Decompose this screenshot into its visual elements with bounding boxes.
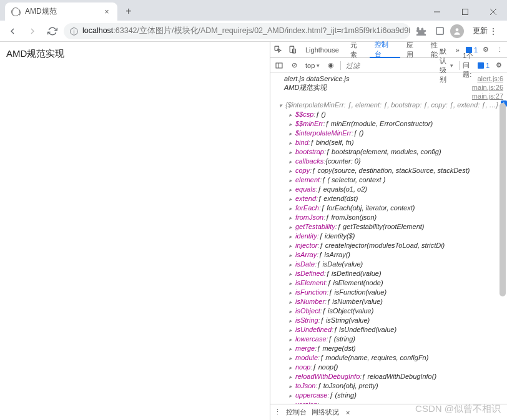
expand-caret-icon[interactable] <box>289 175 294 185</box>
property-key[interactable]: reloadWithDebugInfo <box>295 372 360 381</box>
expand-caret-icon[interactable] <box>289 400 294 404</box>
tab-close-icon[interactable]: × <box>102 7 111 16</box>
expand-caret-icon[interactable] <box>289 194 294 203</box>
inspect-icon[interactable] <box>272 42 285 57</box>
console-settings-icon[interactable]: ⚙ <box>493 58 505 73</box>
profile-avatar[interactable] <box>450 24 464 38</box>
info-icon[interactable]: ⓘ <box>70 27 79 36</box>
context-selector[interactable]: top <box>303 62 322 69</box>
tab-lighthouse[interactable]: Lighthouse <box>300 42 344 58</box>
scrollbar-thumb[interactable] <box>500 103 506 296</box>
property-key[interactable]: isString <box>295 316 318 325</box>
property-key[interactable]: forEach <box>295 203 319 213</box>
clear-console-icon[interactable]: ⊘ <box>289 58 300 73</box>
property-key[interactable]: isArray <box>295 250 317 260</box>
bookmarks-icon[interactable] <box>431 23 448 39</box>
expand-caret-icon[interactable] <box>289 344 294 353</box>
expand-caret-icon[interactable] <box>289 250 294 260</box>
property-key[interactable]: $$csp <box>295 110 313 119</box>
expand-caret-icon[interactable] <box>289 335 294 344</box>
property-key[interactable]: lowercase <box>295 335 327 344</box>
minimize-button[interactable] <box>423 3 451 21</box>
property-key[interactable]: getTestability <box>295 222 335 232</box>
expand-caret-icon[interactable] <box>289 147 294 157</box>
property-key[interactable]: callbacks <box>295 157 323 166</box>
drawer-tab-network[interactable]: 网络状况 × <box>312 408 350 417</box>
property-key[interactable]: uppercase <box>295 391 327 400</box>
property-key[interactable]: module <box>295 353 318 363</box>
expand-caret-icon[interactable] <box>289 232 294 241</box>
url-bar[interactable]: ⓘ localhost:63342/立体图片/模块化/ADM_requirejs… <box>64 23 410 39</box>
expand-caret-icon[interactable] <box>289 185 294 194</box>
tab-application[interactable]: 应用 <box>401 42 425 58</box>
expand-caret-icon[interactable] <box>289 297 294 306</box>
property-key[interactable]: bind <box>295 138 308 147</box>
close-button[interactable] <box>479 3 507 21</box>
new-tab-button[interactable]: + <box>121 4 136 19</box>
property-key[interactable]: toJson <box>295 381 315 391</box>
reload-button[interactable] <box>44 22 61 40</box>
expand-caret-icon[interactable] <box>289 372 294 381</box>
property-key[interactable]: $$minErr <box>295 119 323 129</box>
property-key[interactable]: isNumber <box>295 297 325 306</box>
property-key[interactable]: bootstrap <box>295 147 324 157</box>
property-key[interactable]: isDate <box>295 260 315 269</box>
object-preview[interactable]: {$interpolateMinErr: ƒ, element: ƒ, boot… <box>285 100 499 110</box>
expand-caret-icon[interactable] <box>289 269 294 278</box>
maximize-button[interactable] <box>451 3 479 21</box>
property-key[interactable]: $interpolateMinErr <box>295 129 352 138</box>
property-key[interactable]: element <box>295 175 320 185</box>
expand-caret-icon[interactable] <box>279 100 284 110</box>
tab-elements[interactable]: 元素 <box>345 42 369 58</box>
property-key[interactable]: isElement <box>295 278 325 288</box>
expand-caret-icon[interactable] <box>289 325 294 335</box>
property-key[interactable]: isFunction <box>295 288 327 297</box>
drawer-more-icon[interactable]: ⋮ <box>274 408 281 416</box>
expand-caret-icon[interactable] <box>289 157 294 166</box>
property-key[interactable]: identity <box>295 232 317 241</box>
extensions-icon[interactable] <box>413 23 429 39</box>
expand-caret-icon[interactable] <box>289 119 294 129</box>
close-icon[interactable]: × <box>346 409 350 416</box>
expand-caret-icon[interactable] <box>289 241 294 250</box>
scrollbar[interactable] <box>498 73 507 388</box>
property-key[interactable]: equals <box>295 185 315 194</box>
property-key[interactable]: isObject <box>295 306 320 316</box>
expand-caret-icon[interactable] <box>289 306 294 316</box>
property-key[interactable]: version <box>295 400 317 404</box>
expand-caret-icon[interactable] <box>289 391 294 400</box>
expand-caret-icon[interactable] <box>289 353 294 363</box>
expand-caret-icon[interactable] <box>289 381 294 391</box>
sidebar-toggle-icon[interactable] <box>273 58 285 73</box>
expand-caret-icon[interactable] <box>289 203 294 213</box>
property-key[interactable]: injector <box>295 241 317 250</box>
expand-caret-icon[interactable] <box>289 260 294 269</box>
property-key[interactable]: merge <box>295 344 315 353</box>
expand-caret-icon[interactable] <box>289 363 294 372</box>
expand-caret-icon[interactable] <box>289 222 294 232</box>
property-key[interactable]: extend <box>295 194 316 203</box>
drawer-tab-console[interactable]: 控制台 <box>286 408 307 417</box>
expand-caret-icon[interactable] <box>289 278 294 288</box>
browser-tab[interactable]: AMD规范 × <box>5 2 117 21</box>
expand-caret-icon[interactable] <box>289 316 294 325</box>
expand-caret-icon[interactable] <box>289 166 294 175</box>
expand-caret-icon[interactable] <box>289 213 294 222</box>
update-button[interactable]: 更新⋮ <box>466 23 503 39</box>
back-button[interactable] <box>4 22 21 40</box>
live-expression-icon[interactable]: ◉ <box>325 58 337 73</box>
filter-input[interactable] <box>345 60 434 71</box>
problems-badge[interactable]: 1 <box>478 62 490 69</box>
forward-button[interactable] <box>24 22 41 40</box>
tab-console[interactable]: 控制台 <box>370 42 400 58</box>
device-icon[interactable] <box>286 42 299 57</box>
expand-caret-icon[interactable] <box>289 110 294 119</box>
property-key[interactable]: isUndefined <box>295 325 332 335</box>
property-key[interactable]: fromJson <box>295 213 323 222</box>
property-key[interactable]: copy <box>295 166 310 175</box>
console-output[interactable]: alert.js dataService.jsalert.js:6 AMD规范实… <box>270 73 507 404</box>
expand-caret-icon[interactable] <box>289 129 294 138</box>
expand-caret-icon[interactable] <box>289 288 294 297</box>
expand-caret-icon[interactable] <box>289 138 294 147</box>
property-key[interactable]: noop <box>295 363 310 372</box>
